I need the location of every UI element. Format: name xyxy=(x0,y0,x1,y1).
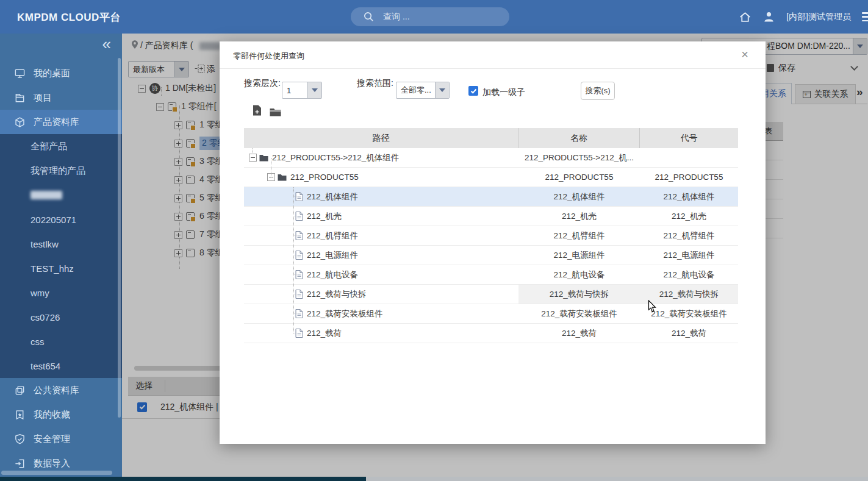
sidebar-subitem-7[interactable]: cs0726 xyxy=(0,305,122,329)
code-cell: 212_机壳 xyxy=(640,207,738,226)
open-folder-icon[interactable] xyxy=(270,107,281,119)
sidebar-subitem-redacted[interactable] xyxy=(0,183,122,207)
code-label: 212_载荷安装板组件 xyxy=(651,308,727,319)
chevron-down-icon[interactable] xyxy=(307,82,321,98)
sidebar-item-label: 我的桌面 xyxy=(34,68,70,79)
where-used-row[interactable]: 212_电源组件212_电源组件212_电源组件 xyxy=(244,246,738,265)
sidebar-item-security[interactable]: 安全管理 xyxy=(0,427,122,451)
path-cell: 212_载荷 xyxy=(244,324,518,343)
name-cell: 212_机体组件 xyxy=(518,187,640,206)
path-cell: 212_电源组件 xyxy=(244,246,518,265)
chevron-down-icon[interactable] xyxy=(435,82,449,98)
add-file-icon[interactable] xyxy=(253,105,262,118)
mouse-cursor xyxy=(648,300,658,316)
path-label: 212_PRODUCT55->212_机体组件 xyxy=(272,152,399,163)
path-cell: 212_机体组件 xyxy=(244,187,518,206)
sidebar-subitem-3[interactable]: 202205071 xyxy=(0,207,122,232)
menu-icon[interactable] xyxy=(862,12,868,21)
code-label: 212_载荷与快拆 xyxy=(659,289,719,300)
sidebar-subitem-8[interactable]: css xyxy=(0,329,122,354)
path-label: 212_载荷与快拆 xyxy=(307,289,367,300)
name-cell: 212_机壳 xyxy=(518,207,640,226)
sidebar-item-label: 项目 xyxy=(34,92,52,104)
code-label: 212_PRODUCT55 xyxy=(655,173,723,182)
code-label: 212_机壳 xyxy=(672,211,706,222)
collapse-box-icon[interactable] xyxy=(249,154,257,162)
load-children-checkbox[interactable] xyxy=(468,86,478,96)
sidebar-horizontal-scrollbar[interactable] xyxy=(1,471,112,475)
sidebar-item-project[interactable]: 项目 xyxy=(0,85,122,110)
path-cell: 212_航电设备 xyxy=(244,265,518,284)
sidebar-item-label: 公共资料库 xyxy=(34,385,79,396)
sidebar-subitem-0[interactable]: 全部产品 xyxy=(0,134,122,159)
where-used-row[interactable]: 212_机臂组件212_机臂组件212_机臂组件 xyxy=(244,226,738,246)
search-icon xyxy=(363,11,375,23)
security-icon xyxy=(13,433,26,445)
where-used-row[interactable]: 212_载荷安装板组件212_载荷安装板组件212_载荷安装板组件 xyxy=(244,304,738,324)
code-cell: 212_电源组件 xyxy=(640,246,738,265)
code-cell: 212_PRODUCT55 xyxy=(640,168,738,187)
home-icon[interactable] xyxy=(739,10,751,23)
sidebar-subitem-1[interactable]: 我管理的产品 xyxy=(0,159,122,183)
user-icon[interactable] xyxy=(762,10,775,23)
search-scope-label: 搜索范围: xyxy=(357,77,393,89)
name-cell: 212_电源组件 xyxy=(518,246,640,265)
where-used-row[interactable]: 212_机体组件212_机体组件212_机体组件 xyxy=(244,187,738,207)
top-header: KMPDM CLOUD平台 查询 ... [内部]测试管理员 xyxy=(0,0,868,34)
name-cell: 212_载荷与快拆 xyxy=(518,285,640,304)
code-cell: 212_机臂组件 xyxy=(640,226,738,245)
where-used-row[interactable]: 212_航电设备212_航电设备212_航电设备 xyxy=(244,265,738,285)
sidebar-subitem-5[interactable]: TEST_hhz xyxy=(0,256,122,280)
close-icon[interactable]: × xyxy=(741,48,748,62)
path-label: 212_航电设备 xyxy=(307,269,358,280)
sidebar-item-product-library[interactable]: 产品资料库 xyxy=(0,110,122,134)
sidebar-submenu: 全部产品我管理的产品202205071testlkwTEST_hhzwmycs0… xyxy=(0,134,122,378)
sidebar-item-label: 安全管理 xyxy=(34,433,70,445)
where-used-row[interactable]: 212_PRODUCT55212_PRODUCT55212_PRODUCT55 xyxy=(244,168,738,187)
search-scope-select[interactable]: 全部零... xyxy=(396,82,450,99)
scrollbar-thumb[interactable] xyxy=(0,477,366,481)
sidebar-subitem-6[interactable]: wmy xyxy=(0,280,122,305)
name-label: 212_航电设备 xyxy=(553,269,604,280)
sidebar-subitem-4[interactable]: testlkw xyxy=(0,232,122,256)
where-used-row[interactable]: 212_机壳212_机壳212_机壳 xyxy=(244,207,738,226)
name-cell: 212_载荷安装板组件 xyxy=(518,304,640,323)
where-used-row[interactable]: 212_载荷与快拆212_载荷与快拆212_载荷与快拆 xyxy=(244,285,738,304)
name-cell: 212_机臂组件 xyxy=(518,226,640,245)
product-library-icon xyxy=(13,116,26,128)
where-used-row[interactable]: 212_PRODUCT55->212_机体组件212_PRODUCT55->21… xyxy=(244,148,738,168)
name-label: 212_载荷安装板组件 xyxy=(541,308,617,319)
path-label: 212_载荷 xyxy=(307,328,342,339)
code-cell: 212_航电设备 xyxy=(640,265,738,284)
search-button[interactable]: 搜索(s) xyxy=(581,82,615,100)
name-cell: 212_载荷 xyxy=(518,324,640,343)
name-label: 212_载荷 xyxy=(562,328,597,339)
sidebar-subitem-9[interactable]: test654 xyxy=(0,354,122,378)
name-cell: 212_航电设备 xyxy=(518,265,640,284)
favorites-icon xyxy=(13,408,26,421)
name-label: 212_载荷与快拆 xyxy=(550,289,609,300)
sidebar-item-label: 我的收藏 xyxy=(34,409,70,421)
column-header-name[interactable]: 名称 xyxy=(518,128,640,148)
path-label: 212_PRODUCT55 xyxy=(290,173,359,182)
where-used-table: 路径 名称 代号 212_PRODUCT55->212_机体组件212_PROD… xyxy=(244,128,738,343)
name-label: 212_机壳 xyxy=(562,211,597,222)
app-screen: KMPDM CLOUD平台 查询 ... [内部]测试管理员 « 我的桌面项目产… xyxy=(0,0,868,481)
sidebar-vertical-scrollbar[interactable] xyxy=(118,58,121,418)
sidebar-item-desktop[interactable]: 我的桌面 xyxy=(0,61,122,85)
sidebar-collapse-icon[interactable]: « xyxy=(102,35,111,53)
sidebar-item-public-library[interactable]: 公共资料库 xyxy=(0,378,122,402)
where-used-row[interactable]: 212_载荷212_载荷212_载荷 xyxy=(244,324,738,343)
column-header-code[interactable]: 代号 xyxy=(640,128,738,148)
code-cell: 212_载荷 xyxy=(640,324,738,343)
column-header-path[interactable]: 路径 xyxy=(244,128,518,148)
code-label: 212_机体组件 xyxy=(663,191,714,202)
global-search-input[interactable]: 查询 ... xyxy=(351,7,509,26)
data-import-icon xyxy=(13,457,26,469)
path-cell: 212_机臂组件 xyxy=(244,226,518,245)
search-level-select[interactable]: 1 xyxy=(282,82,322,99)
code-cell: 212_机体组件 xyxy=(640,187,738,206)
page-horizontal-scrollbar[interactable] xyxy=(0,477,868,481)
sidebar-item-favorites[interactable]: 我的收藏 xyxy=(0,402,122,427)
path-label: 212_机壳 xyxy=(307,211,342,222)
